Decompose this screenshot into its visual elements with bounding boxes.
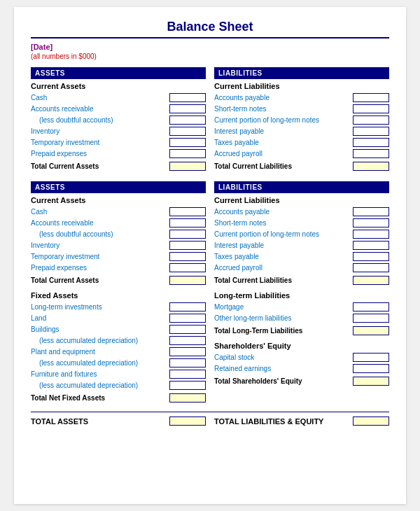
subtitle: (all numbers in $000) [31,52,389,60]
ap-input-1[interactable] [353,93,389,102]
row-label: (less accumulated depreciation) [31,337,169,344]
retained-earnings-input[interactable] [353,364,389,373]
list-item: Capital stock [214,352,389,362]
list-item: Mortgage [214,302,389,312]
tp-input-2[interactable] [353,252,389,261]
total-net-fixed-row: Total Net Fixed Assets [31,392,206,403]
row-label: Accounts receivable [31,219,169,227]
furniture-input[interactable] [169,370,206,379]
stn-input-1[interactable] [353,104,389,113]
section1: ASSETS Current Assets Cash Accounts rece… [31,67,389,174]
list-item: Temporary investment [31,137,206,147]
ar-input-2[interactable] [169,218,206,227]
ip-input-2[interactable] [353,241,389,250]
temp-inv-input-1[interactable] [169,138,206,147]
land-input[interactable] [169,314,206,323]
prepaid-input-2[interactable] [169,263,206,272]
total-net-fixed-input[interactable] [169,393,206,402]
buildings-input[interactable] [169,325,206,334]
capital-stock-input[interactable] [353,353,389,362]
row-label: Interest payable [214,127,353,135]
row-label: Accrued payroll [214,264,353,272]
inventory-input-1[interactable] [169,127,206,136]
row-label: (less accumulated depreciation) [31,359,169,367]
total-current-assets-row-1: Total Current Assets [31,160,206,172]
row-label: Cash [31,208,169,216]
row-label: Prepaid expenses [31,150,169,158]
temp-inv-input-2[interactable] [169,252,206,261]
total-liabilities-input[interactable] [353,416,389,426]
total-long-term-row: Total Long-Term Liabilities [214,325,389,336]
total-assets-col: TOTAL ASSETS [31,416,206,426]
section1-current-assets-title: Current Assets [31,82,206,90]
list-item: (less accumulated depreciation) [31,335,206,345]
row-label: Retained earnings [214,365,353,372]
cplt-input-1[interactable] [353,115,389,125]
total-current-liabilities-label-1: Total Current Liabilities [214,162,353,170]
total-assets-input[interactable] [169,416,206,426]
list-item: Accounts receivable [31,218,206,227]
total-long-term-input[interactable] [353,326,389,335]
list-item: Buildings [31,324,206,334]
lt-invest-input[interactable] [169,302,206,312]
other-lt-input[interactable] [353,314,389,323]
plant-input[interactable] [169,347,206,356]
long-term-title: Long-term Liabilities [214,291,389,300]
tp-input-1[interactable] [353,138,389,147]
list-item: Furniture and fixtures [31,369,206,379]
list-item: Accounts payable [214,206,389,216]
date-field: [Date] [31,43,389,51]
list-item: Accounts payable [214,92,389,102]
row-label: Taxes payable [214,253,353,260]
section2-current-liabilities-title: Current Liabilities [214,196,389,204]
row-label: Interest payable [214,241,353,249]
stn-input-2[interactable] [353,218,389,227]
total-shareholders-input[interactable] [353,377,389,386]
list-item: Taxes payable [214,251,389,261]
row-label: Furniture and fixtures [31,370,169,378]
list-item: Cash [31,92,206,102]
row-label: Accounts receivable [31,105,169,113]
cash-input-2[interactable] [169,207,206,216]
total-current-liabilities-label-2: Total Current Liabilities [214,276,353,284]
mortgage-input[interactable] [353,302,389,312]
ip-input-1[interactable] [353,127,389,136]
total-current-assets-input-2[interactable] [169,276,206,285]
list-item: Interest payable [214,126,389,136]
row-label: Inventory [31,127,169,135]
list-item: Taxes payable [214,137,389,147]
prepaid-input-1[interactable] [169,149,206,158]
buildings-dep-input[interactable] [169,336,206,345]
total-long-term-label: Total Long-Term Liabilities [214,327,353,335]
list-item: (less accumulated depreciation) [31,380,206,390]
total-current-assets-input-1[interactable] [169,162,206,171]
list-item: Inventory [31,126,206,136]
accrued-input-1[interactable] [353,149,389,158]
cplt-input-2[interactable] [353,230,389,239]
total-current-liabilities-input-2[interactable] [353,276,389,285]
total-current-assets-row-2: Total Current Assets [31,274,206,286]
bottom-totals-row: TOTAL ASSETS TOTAL LIABILITIES & EQUITY [31,412,389,426]
total-shareholders-label: Total Shareholders' Equity [214,377,353,385]
doubtful-input-1[interactable] [169,115,206,125]
ar-input-1[interactable] [169,104,206,113]
row-label: Accounts payable [214,208,353,216]
list-item: Cash [31,206,206,216]
total-current-liabilities-input-1[interactable] [353,162,389,171]
accrued-input-2[interactable] [353,263,389,272]
list-item: (less accumulated depreciation) [31,358,206,368]
cash-input-1[interactable] [169,93,206,102]
section1-liabilities-col: LIABILITIES Current Liabilities Accounts… [214,67,389,174]
ap-input-2[interactable] [353,207,389,216]
row-label: Taxes payable [214,139,353,146]
doubtful-input-2[interactable] [169,230,206,239]
inventory-input-2[interactable] [169,241,206,250]
balance-sheet-page: Balance Sheet [Date] (all numbers in $00… [14,7,406,504]
furniture-dep-input[interactable] [169,381,206,390]
list-item: Current portion of long-term notes [214,115,389,125]
row-label: Temporary investment [31,139,169,146]
section2-assets-col: ASSETS Current Assets Cash Accounts rece… [31,181,206,406]
total-current-liabilities-row-1: Total Current Liabilities [214,160,389,172]
plant-dep-input[interactable] [169,358,206,368]
list-item: Short-term notes [214,104,389,113]
